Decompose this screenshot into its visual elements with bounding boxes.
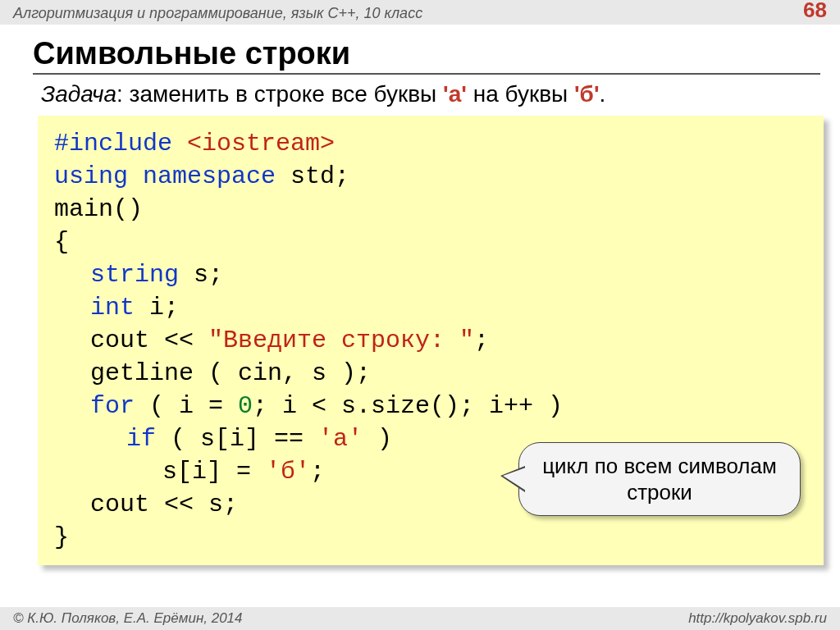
footer-left: © К.Ю. Поляков, Е.А. Ерёмин, 2014 (13, 607, 243, 630)
code-line: cout << "Введите строку: "; (54, 324, 807, 357)
task-end: . (600, 81, 606, 107)
callout-text: цикл по всем символам строки (542, 454, 777, 504)
lit-b: 'б' (574, 81, 600, 107)
code-line: #include <iostream> (54, 127, 807, 160)
task-before: : заменить в строке все буквы (116, 81, 443, 107)
header-bar: Алгоритмизация и программирование, язык … (0, 0, 840, 25)
slide-content: Символьные строки Задача: заменить в стр… (0, 25, 840, 565)
code-line: for ( i = 0; i < s.size(); i++ ) (54, 390, 807, 422)
code-line: getline ( cin, s ); (54, 357, 807, 390)
code-line: { (54, 226, 807, 258)
footer-bar: © К.Ю. Поляков, Е.А. Ерёмин, 2014 http:/… (0, 607, 840, 630)
code-line: main() (54, 193, 807, 226)
code-block: #include <iostream> using namespace std;… (38, 116, 824, 565)
callout-bubble: цикл по всем символам строки (518, 442, 801, 516)
page-number: 68 (803, 0, 827, 21)
code-line: using namespace std; (54, 160, 807, 193)
breadcrumb: Алгоритмизация и программирование, язык … (13, 5, 422, 21)
lit-a: 'а' (443, 81, 467, 107)
callout-tail (503, 468, 526, 491)
task-text: Задача: заменить в строке все буквы 'а' … (41, 81, 820, 107)
code-line: } (54, 521, 807, 554)
code-line: string s; (54, 258, 807, 291)
code-line: int i; (54, 291, 807, 324)
title-rule (33, 73, 820, 75)
footer-right: http://kpolyakov.spb.ru (688, 607, 827, 630)
task-label: Задача (41, 81, 116, 107)
slide-title: Символьные строки (33, 36, 820, 71)
task-mid: на буквы (467, 81, 574, 107)
